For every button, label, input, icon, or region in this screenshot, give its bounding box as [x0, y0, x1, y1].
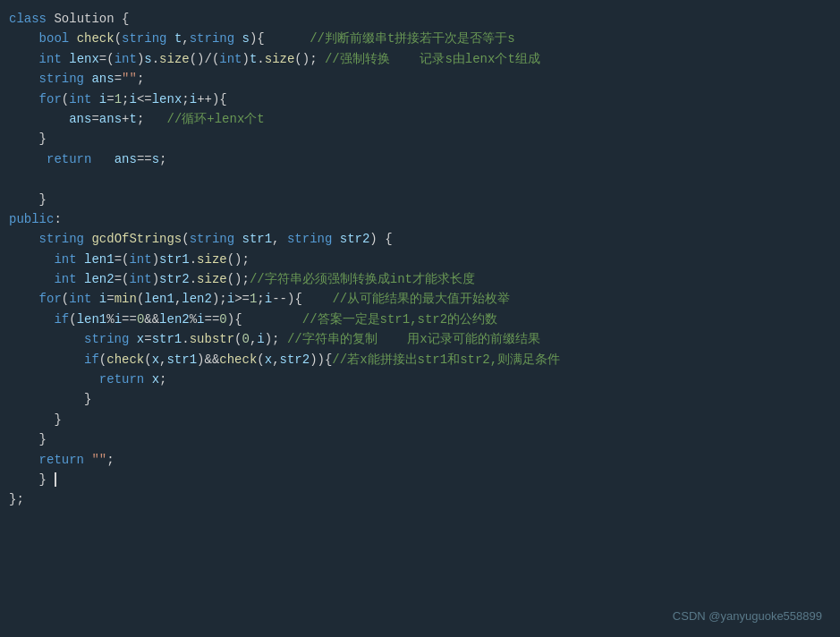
code-line-23: return "";: [9, 450, 840, 470]
code-line-12: string gcdOfStrings(string str1, string …: [9, 229, 840, 249]
code-line-15: for(int i=min(len1,len2);i>=1;i--){ //从可…: [9, 289, 840, 309]
watermark: CSDN @yanyuguoke558899: [673, 607, 822, 626]
code-line-10: }: [9, 190, 840, 209]
code-line-13: int len1=(int)str1.size();: [9, 250, 840, 269]
code-line-2: bool check(string t,string s){ //判断前缀串t拼…: [9, 29, 840, 48]
code-line-24: }: [9, 470, 840, 489]
code-line-16: if(len1%i==0&&len2%i==0){ //答案一定是str1,st…: [9, 310, 840, 329]
code-line-20: }: [9, 389, 840, 409]
code-line-18: if(check(x,str1)&&check(x,str2)){//若x能拼接…: [9, 350, 840, 369]
code-line-22: }: [9, 429, 840, 449]
code-editor: class Solution { bool check(string t,str…: [0, 0, 840, 637]
code-line-4: string ans="";: [9, 69, 840, 89]
code-line-5: for(int i=1;i<=lenx;i++){: [9, 89, 840, 109]
code-line-11: public:: [9, 209, 840, 229]
code-line-6: ans=ans+t; //循环+lenx个t: [9, 109, 840, 129]
code-line-17: string x=str1.substr(0,i); //字符串的复制 用x记录…: [9, 329, 840, 349]
code-line-21: }: [9, 410, 840, 429]
code-line-19: return x;: [9, 369, 840, 389]
code-line-9: [9, 169, 840, 189]
code-line-25: };: [9, 489, 840, 509]
code-line-3: int lenx=(int)s.size()/(int)t.size(); //…: [9, 49, 840, 69]
code-line-7: }: [9, 129, 840, 149]
code-line-14: int len2=(int)str2.size();//字符串必须强制转换成in…: [9, 269, 840, 289]
code-line-8: return ans==s;: [9, 149, 840, 169]
code-line-1: class Solution {: [9, 9, 840, 29]
